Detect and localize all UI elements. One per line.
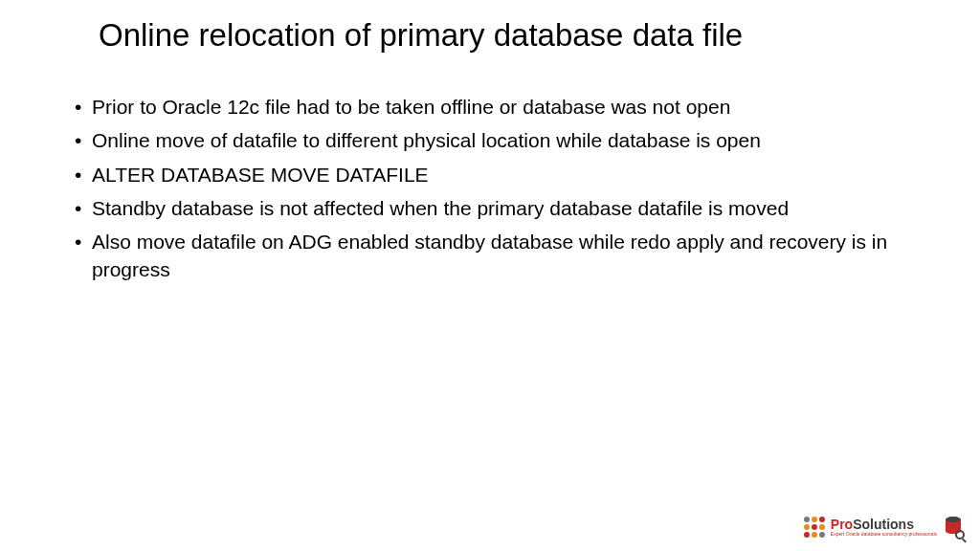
logo-dots-icon: [804, 517, 825, 538]
bullet-item: Standby database is not affected when th…: [75, 195, 932, 222]
logo-brand-pro: Pro: [831, 517, 853, 532]
bullet-item: Prior to Oracle 12c file had to be taken…: [75, 94, 932, 121]
bullet-item: ALTER DATABASE MOVE DATAFILE: [75, 162, 932, 188]
logo-tagline: Expert Oracle database consultancy profe…: [831, 532, 937, 537]
bullet-item: Online move of datafile to different phy…: [75, 127, 932, 154]
bullet-item: Also move datafile on ADG enabled standb…: [75, 229, 932, 283]
bullet-list: Prior to Oracle 12c file had to be taken…: [0, 54, 980, 283]
logo-text: ProSolutions Expert Oracle database cons…: [831, 518, 937, 537]
slide-title: Online relocation of primary database da…: [0, 0, 980, 54]
logo-brand-sol: Solutions: [853, 517, 914, 532]
database-icon: [946, 517, 963, 538]
brand-logo: ProSolutions Expert Oracle database cons…: [804, 517, 963, 538]
